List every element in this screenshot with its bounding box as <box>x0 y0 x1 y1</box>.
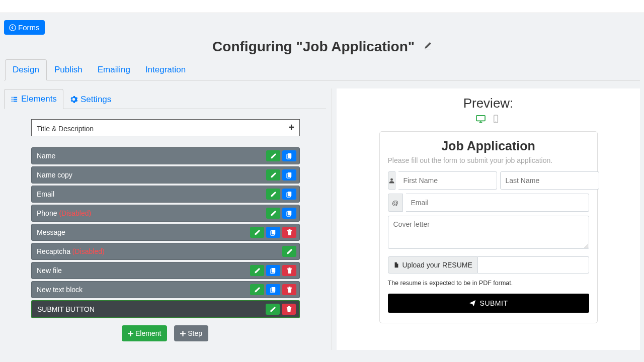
element-label: SUBMIT BUTTON <box>37 305 266 313</box>
device-mobile-button[interactable] <box>491 114 501 124</box>
disabled-badge: (Disabled) <box>72 247 105 255</box>
edit-element-button[interactable] <box>282 246 296 257</box>
copy-icon <box>286 191 293 198</box>
device-desktop-button[interactable] <box>476 114 486 124</box>
person-addon <box>388 171 395 190</box>
plus-icon: + <box>288 122 294 133</box>
pencil-icon <box>254 229 261 236</box>
tab-settings-label: Settings <box>80 95 111 105</box>
preview-heading: Preview: <box>347 96 630 111</box>
element-row[interactable]: New file <box>31 262 300 279</box>
element-label: Recaptcha (Disabled) <box>37 247 282 255</box>
element-label: Name <box>37 152 266 160</box>
copy-element-button[interactable] <box>266 227 280 238</box>
pencil-icon <box>270 191 277 198</box>
element-actions <box>250 265 296 276</box>
element-row[interactable]: Name copy <box>31 166 300 184</box>
pencil-icon <box>270 153 277 159</box>
file-icon <box>393 262 399 268</box>
sub-tabs: Elements Settings <box>4 88 326 109</box>
element-row[interactable]: New text block <box>31 281 300 298</box>
arrow-left-circle-icon <box>9 24 16 31</box>
resume-note: The resume is expected to be in PDF form… <box>388 280 589 287</box>
copy-element-button[interactable] <box>282 169 296 180</box>
copy-icon <box>286 153 293 159</box>
element-row[interactable]: Recaptcha (Disabled) <box>31 243 300 260</box>
upload-resume-button[interactable]: Upload your RESUME <box>388 256 478 274</box>
copy-element-button[interactable] <box>282 150 296 161</box>
svg-rect-15 <box>476 116 485 121</box>
person-icon <box>388 177 395 184</box>
element-row[interactable]: Email <box>31 186 300 203</box>
edit-element-button[interactable] <box>266 150 280 161</box>
edit-element-button[interactable] <box>266 304 280 315</box>
main-tabs: Design Publish Emailing Integration <box>4 59 640 80</box>
element-label: New text block <box>37 286 250 294</box>
element-actions <box>266 169 296 180</box>
edit-element-button[interactable] <box>266 208 280 219</box>
delete-element-button[interactable] <box>282 227 296 238</box>
delete-element-button[interactable] <box>282 265 296 276</box>
element-row[interactable]: Message <box>31 224 300 241</box>
element-actions <box>266 189 296 200</box>
edit-title-button[interactable] <box>424 42 432 50</box>
pencil-icon <box>286 248 293 255</box>
element-actions <box>266 304 296 315</box>
paper-plane-icon <box>469 300 476 307</box>
trash-icon <box>286 267 293 274</box>
preview-card: Job Application Please fill out the form… <box>379 131 598 323</box>
submit-label: SUBMIT <box>480 299 508 307</box>
form-description: Please fill out the form to submit your … <box>388 156 589 164</box>
edit-element-button[interactable] <box>250 284 264 295</box>
add-element-button[interactable]: Element <box>122 325 167 341</box>
upload-filename-field <box>478 256 589 274</box>
last-name-input[interactable] <box>500 171 599 190</box>
copy-icon <box>270 229 277 236</box>
edit-element-button[interactable] <box>250 265 264 276</box>
title-description-label: Title & Description <box>37 125 94 133</box>
edit-element-button[interactable] <box>266 169 280 180</box>
first-name-input[interactable] <box>398 171 497 190</box>
list-icon <box>11 96 18 103</box>
submit-element-row[interactable]: SUBMIT BUTTON <box>31 300 300 318</box>
pencil-icon <box>254 267 261 274</box>
copy-element-button[interactable] <box>266 284 280 295</box>
edit-element-button[interactable] <box>266 189 280 200</box>
element-label: Phone (Disabled) <box>37 209 266 217</box>
email-input[interactable] <box>406 194 589 212</box>
svg-point-17 <box>496 121 497 122</box>
pencil-icon <box>254 287 261 293</box>
device-switch <box>347 114 630 125</box>
pencil-icon <box>270 306 276 313</box>
element-actions <box>266 150 296 161</box>
trash-icon <box>286 229 293 236</box>
element-actions <box>250 227 296 238</box>
disabled-badge: (Disabled) <box>59 209 91 217</box>
edit-element-button[interactable] <box>250 227 264 238</box>
copy-element-button[interactable] <box>266 265 280 276</box>
cover-letter-textarea[interactable] <box>388 216 589 249</box>
delete-element-button[interactable] <box>282 304 296 315</box>
element-label: Name copy <box>37 171 266 179</box>
title-description-toggle[interactable]: Title & Description + <box>31 119 300 136</box>
element-row[interactable]: Name <box>31 147 300 164</box>
element-row[interactable]: Phone (Disabled) <box>31 205 300 222</box>
add-element-label: Element <box>135 329 161 337</box>
copy-element-button[interactable] <box>282 189 296 200</box>
tab-integration[interactable]: Integration <box>138 59 193 80</box>
tab-elements[interactable]: Elements <box>4 89 63 109</box>
tab-settings[interactable]: Settings <box>63 89 118 109</box>
add-step-button[interactable]: Step <box>174 325 208 341</box>
element-label: Message <box>37 228 250 236</box>
copy-element-button[interactable] <box>282 208 296 219</box>
submit-button[interactable]: SUBMIT <box>388 294 589 313</box>
back-to-forms-button[interactable]: Forms <box>4 20 45 35</box>
upload-resume-label: Upload your RESUME <box>403 261 472 269</box>
tab-publish[interactable]: Publish <box>47 59 90 80</box>
plus-icon <box>180 331 186 336</box>
tab-design[interactable]: Design <box>5 59 47 80</box>
svg-point-0 <box>10 24 16 30</box>
delete-element-button[interactable] <box>282 284 296 295</box>
tab-emailing[interactable]: Emailing <box>90 59 138 80</box>
element-actions <box>282 246 296 257</box>
